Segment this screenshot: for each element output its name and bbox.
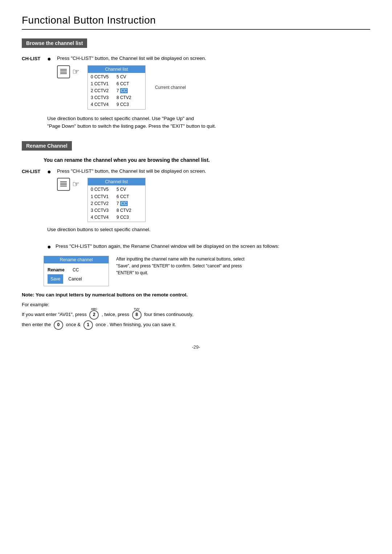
rename-note: After inputting the channel name with th…: [116, 256, 254, 277]
rename-window-area: Rename channel Rename CC Save Cancel Aft…: [44, 256, 370, 286]
ch2-highlighted: CC: [120, 201, 128, 206]
channel-list-header-2: Channel list: [88, 178, 145, 185]
rename-value: CC: [73, 266, 79, 274]
page-number: -29-: [22, 344, 370, 350]
section2-ch-list-label: CH-LIST: [22, 169, 44, 174]
ch2-right-3: 8 CTV2: [117, 207, 136, 214]
key-1-circle: 1: [83, 320, 93, 330]
ch-left-0: 0 CCTV5: [91, 74, 111, 81]
section2-step1-text: Press "CH-LIST" button, the Channel list…: [57, 167, 206, 175]
section1-chlist-row: CH-LIST ● Press "CH-LIST" button, the Ch…: [22, 54, 370, 110]
ch-right-3: 8 CTV2: [117, 94, 136, 101]
list-icon-2: [57, 178, 70, 191]
key2-label: TUV: [134, 307, 140, 312]
rename-name-row: Rename CC: [48, 266, 105, 274]
ch2-left-3: 3 CCTV3: [91, 207, 111, 214]
ch2-right-4: 9 CC3: [117, 214, 136, 221]
section-rename-channel: Rename Channel You can rename the channe…: [22, 141, 370, 330]
svg-rect-0: [60, 69, 67, 70]
section1-step1-text: Press "CH-LIST" button, the Channel list…: [57, 54, 206, 62]
section2-header: Rename Channel: [22, 141, 72, 151]
example-text1: If you want enter "AV01", press: [22, 312, 87, 317]
key1-label: ABC: [91, 307, 97, 312]
ch2-left-2: 2 CCTV2: [91, 200, 111, 207]
svg-rect-3: [60, 73, 67, 74]
section2-step2-text: Press "CH-LIST" button again, the Rename…: [56, 242, 279, 250]
ch2-left-1: 1 CCTV1: [91, 193, 111, 200]
ch2-row-4: 4 CCTV4 9 CC3: [91, 214, 142, 221]
ch-left-3: 3 CCTV3: [91, 94, 111, 101]
ch2-right-2: 7 CC: [117, 200, 136, 207]
ch2-left-4: 4 CCTV4: [91, 214, 111, 221]
key2-value: 8: [135, 311, 138, 319]
ch2-row-2: 2 CCTV2 7 CC: [91, 200, 142, 207]
key-0-circle: 0: [54, 320, 63, 330]
section1-header: Browse the channel list: [22, 38, 87, 48]
rename-buttons-row: Save Cancel: [48, 274, 105, 284]
ch2-row-3: 3 CCTV3 8 CTV2: [91, 207, 142, 214]
channel-list-body-1: 0 CCTV5 5 CV 1 CCTV1 6 CCT 2 CCTV2 7 CC: [88, 73, 145, 109]
list-icon-1: [57, 65, 70, 78]
section2-direction-text: Use direction buttons to select specific…: [47, 226, 301, 234]
ch-right-4: 9 CC3: [117, 101, 136, 108]
example-line1: If you want enter "AV01", press ABC 2 , …: [22, 310, 294, 320]
ch2-row-1: 1 CCTV1 6 CCT: [91, 193, 142, 200]
section-browse-channel: Browse the channel list CH-LIST ● Press …: [22, 38, 370, 130]
example-text5: once &: [66, 322, 80, 328]
bullet1: ●: [47, 55, 51, 63]
current-channel-note: Current channel: [155, 85, 186, 90]
channel-list-body-2: 0 CCTV5 5 CV 1 CCTV1 6 CCT 2 CCTV2 7 CC: [88, 185, 145, 222]
rename-box: Rename channel Rename CC Save Cancel: [44, 256, 109, 286]
svg-rect-5: [60, 183, 67, 184]
ch-highlighted-1: CC: [120, 88, 128, 93]
key-8-circle: TUV 8: [132, 310, 142, 320]
section1-ch-list-label: CH-LIST: [22, 56, 44, 61]
for-example-label: For example:: [22, 302, 49, 307]
section2-chlist-row: CH-LIST ● Press "CH-LIST" button, the Ch…: [22, 167, 370, 222]
save-button[interactable]: Save: [48, 274, 63, 284]
rename-label: Rename: [48, 266, 68, 274]
ch-right-1: 6 CCT: [117, 81, 136, 87]
example-line2: then enter the 0 once & 1 once . When fi…: [22, 320, 294, 330]
svg-rect-1: [60, 70, 67, 71]
example-for: For example:: [22, 300, 294, 309]
ch-left-2: 2 CCTV2: [91, 87, 111, 94]
hand-icon-1: ☞: [72, 67, 79, 77]
channel-row-4: 4 CCTV4 9 CC3: [91, 101, 142, 108]
rename-window-title: Rename channel: [44, 256, 109, 263]
bullet3: ●: [47, 243, 51, 251]
ch2-left-0: 0 CCTV5: [91, 186, 111, 193]
example-text4: then enter the: [22, 322, 51, 328]
ch-list-icons-2: ☞: [57, 178, 79, 191]
ch2-row-0: 0 CCTV5 5 CV: [91, 186, 142, 193]
section2-bold-instruction: You can rename the channel when you are …: [44, 157, 370, 163]
ch-left-4: 4 CCTV4: [91, 101, 111, 108]
svg-rect-7: [60, 186, 67, 186]
example-text6: once . When finishing, you can save it.: [95, 322, 176, 328]
ch-left-1: 1 CCTV1: [91, 81, 111, 87]
ch2-right-1: 6 CCT: [117, 193, 136, 200]
channel-list-box-1: Channel list 0 CCTV5 5 CV 1 CCTV1 6 CCT: [87, 65, 146, 110]
ch-right-2: 7 CC: [117, 87, 136, 94]
ch-right-0: 5 CV: [117, 74, 136, 81]
svg-rect-2: [60, 72, 67, 73]
hand-icon-2: ☞: [72, 180, 79, 189]
channel-list-box-2: Channel list 0 CCTV5 5 CV 1 CCTV1 6 CCT …: [87, 178, 146, 222]
channel-row-3: 3 CCTV3 8 CTV2: [91, 94, 142, 101]
key-2-circle: ABC 2: [89, 310, 99, 320]
note-bold: Note: You can input letters by numerical…: [22, 292, 370, 297]
bullet2: ●: [47, 168, 51, 176]
example-text2: , twice, press: [102, 312, 129, 317]
channel-row-2: 2 CCTV2 7 CC: [91, 87, 142, 94]
channel-row-1: 1 CCTV1 6 CCT: [91, 81, 142, 87]
title-divider: [22, 29, 370, 30]
channel-list-header-1: Channel list: [88, 66, 145, 73]
example-text3: four times continuously,: [144, 312, 193, 317]
section1-instruction: Use direction buttons to select specific…: [47, 115, 301, 130]
ch-list-icons-1: ☞: [57, 65, 79, 78]
key1-value: 2: [93, 311, 95, 319]
channel-row-0: 0 CCTV5 5 CV: [91, 74, 142, 81]
svg-rect-4: [60, 181, 67, 182]
rename-body: Rename CC Save Cancel: [44, 263, 109, 286]
ch2-right-0: 5 CV: [117, 186, 136, 193]
